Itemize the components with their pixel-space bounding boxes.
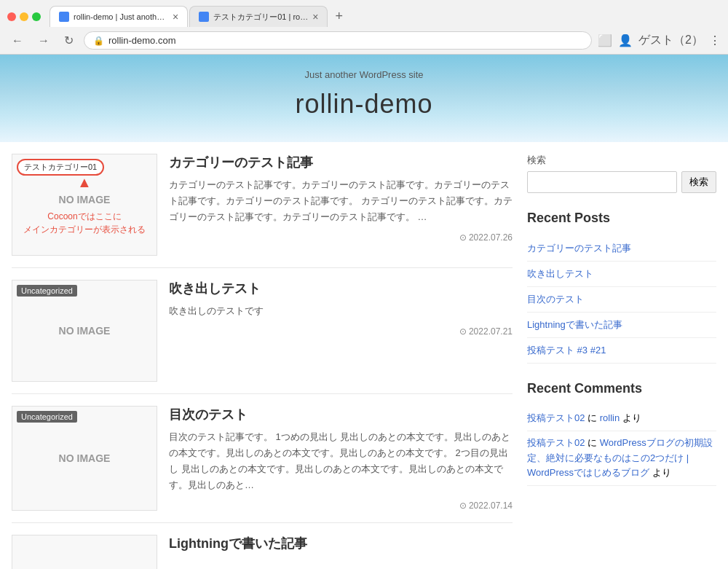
tab-close-1[interactable]: ×: [173, 11, 178, 23]
post-body-3: 目次のテスト 目次のテスト記事です。 1つめの見出し 見出しのあとの本文です。見…: [169, 406, 513, 511]
recent-post-link-4[interactable]: Lightningで書いた記事: [527, 313, 716, 338]
cocoon-note-1: Cocoonではここにメインカテゴリーが表示される: [23, 210, 146, 236]
no-image-label-2: NO IMAGE: [59, 325, 111, 337]
comment-item-2: 投稿テスト02 に WordPressブログの初期設定、絶対に必要なものはこの2…: [527, 431, 716, 486]
back-button[interactable]: ←: [7, 33, 28, 49]
recent-post-link-3[interactable]: 目次のテスト: [527, 287, 716, 313]
search-row: 検索: [527, 171, 716, 193]
recent-post-link-5[interactable]: 投稿テスト #3 #21: [527, 338, 716, 364]
post-thumbnail-2: Uncategorized NO IMAGE: [12, 280, 157, 382]
post-thumbnail-4: [12, 535, 157, 569]
post-card-2: Uncategorized NO IMAGE 吹き出しテスト 吹き出しのテストで…: [12, 280, 513, 394]
category-badge-2[interactable]: Uncategorized: [17, 285, 77, 297]
post-thumbnail-1: テストカテゴリー01 ▲ NO IMAGE Cocoonではここにメインカテゴリ…: [12, 154, 157, 256]
forward-button[interactable]: →: [33, 33, 54, 49]
thumbnail-inner-4: [12, 535, 157, 569]
title-bar: rollin-demo | Just another Wor... × テストカ…: [0, 0, 728, 27]
site-header: Just another WordPress site rollin-demo: [0, 55, 728, 142]
menu-icon[interactable]: ⋮: [709, 34, 721, 47]
sidebar-search: 検索 検索: [527, 154, 716, 193]
comment-suffix-2: より: [649, 467, 671, 478]
post-body-1: カテゴリーのテスト記事 カテゴリーのテスト記事です。カテゴリーのテスト記事です。…: [169, 154, 513, 256]
post-title-4[interactable]: Lightningで書いた記事: [169, 535, 513, 552]
site-tagline: Just another WordPress site: [7, 69, 721, 80]
browser-toolbar: ← → ↻ 🔒 rollin-demo.com ⬜ 👤 ゲスト（2） ⋮: [0, 27, 728, 54]
guest-label: ゲスト（2）: [638, 33, 703, 48]
recent-posts-title: Recent Posts: [527, 211, 716, 226]
search-button[interactable]: 検索: [681, 171, 716, 193]
reload-button[interactable]: ↻: [60, 32, 78, 49]
no-image-label-3: NO IMAGE: [59, 452, 111, 464]
comment-text-1: に: [585, 412, 599, 423]
tab-2[interactable]: テストカテゴリー01 | rollin-deme... ×: [189, 6, 328, 27]
post-meta-3: 2022.07.14: [169, 501, 513, 511]
search-input[interactable]: [527, 171, 677, 193]
browser-menu-icons: ⬜ 👤 ゲスト（2） ⋮: [598, 33, 721, 48]
warning-icon-1: ▲: [77, 174, 92, 191]
tab-title-1: rollin-demo | Just another Wor...: [74, 12, 168, 21]
comment-text-2: に: [585, 437, 599, 448]
minimize-dot[interactable]: [20, 12, 28, 21]
post-excerpt-2: 吹き出しのテストです: [169, 303, 513, 319]
post-excerpt-3: 目次のテスト記事です。 1つめの見出し 見出しのあとの本文です。見出しのあとの本…: [169, 429, 513, 493]
comment-item-1: 投稿テスト02 に rollin より: [527, 407, 716, 431]
window-controls: [7, 12, 41, 21]
category-badge-1[interactable]: テストカテゴリー01: [17, 159, 104, 176]
post-title-2[interactable]: 吹き出しテスト: [169, 280, 513, 297]
post-title-1[interactable]: カテゴリーのテスト記事: [169, 154, 513, 171]
recent-comments-title: Recent Comments: [527, 381, 716, 396]
tab-close-2[interactable]: ×: [312, 11, 318, 23]
cast-icon[interactable]: ⬜: [598, 34, 612, 47]
address-bar[interactable]: 🔒 rollin-demo.com: [84, 31, 592, 50]
category-badge-3[interactable]: Uncategorized: [17, 411, 77, 423]
comment-author-link-1[interactable]: rollin: [600, 412, 620, 423]
recent-post-link-2[interactable]: 吹き出しテスト: [527, 262, 716, 287]
tab-favicon-1: [59, 12, 69, 22]
search-label: 検索: [527, 154, 716, 167]
browser-chrome: rollin-demo | Just another Wor... × テストカ…: [0, 0, 728, 55]
post-date-3: 2022.07.14: [459, 501, 513, 511]
post-date-2: 2022.07.21: [459, 326, 513, 337]
post-date-1: 2022.07.26: [459, 232, 513, 243]
no-image-label-1: NO IMAGE: [59, 194, 111, 205]
close-dot[interactable]: [7, 12, 16, 21]
post-meta-2: 2022.07.21: [169, 326, 513, 337]
post-thumbnail-3: Uncategorized NO IMAGE: [12, 406, 157, 511]
recent-comments-section: Recent Comments 投稿テスト02 に rollin より 投稿テス…: [527, 381, 716, 486]
post-body-4: Lightningで書いた記事: [169, 535, 513, 569]
address-text: rollin-demo.com: [108, 35, 582, 46]
recent-posts-section: Recent Posts カテゴリーのテスト記事 吹き出しテスト 目次のテスト …: [527, 211, 716, 364]
site-title: rollin-demo: [7, 89, 721, 119]
comment-post-link-1[interactable]: 投稿テスト02: [527, 412, 585, 423]
maximize-dot[interactable]: [32, 12, 41, 21]
post-meta-1: 2022.07.26: [169, 232, 513, 243]
post-excerpt-1: カテゴリーのテスト記事です。カテゴリーのテスト記事です。カテゴリーのテスト記事で…: [169, 177, 513, 225]
post-body-2: 吹き出しテスト 吹き出しのテストです 2022.07.21: [169, 280, 513, 382]
comment-suffix-1: より: [620, 412, 641, 423]
main-container: テストカテゴリー01 ▲ NO IMAGE Cocoonではここにメインカテゴリ…: [0, 142, 728, 569]
tab-favicon-2: [199, 12, 209, 22]
profile-icon[interactable]: 👤: [618, 34, 633, 47]
post-card-4: Lightningで書いた記事: [12, 535, 513, 569]
post-title-3[interactable]: 目次のテスト: [169, 406, 513, 423]
post-card-1: テストカテゴリー01 ▲ NO IMAGE Cocoonではここにメインカテゴリ…: [12, 154, 513, 268]
content-area: テストカテゴリー01 ▲ NO IMAGE Cocoonではここにメインカテゴリ…: [12, 154, 513, 569]
lock-icon: 🔒: [93, 36, 104, 46]
new-tab-button[interactable]: +: [329, 6, 349, 27]
tab-title-2: テストカテゴリー01 | rollin-deme...: [213, 12, 308, 23]
post-card-3: Uncategorized NO IMAGE 目次のテスト 目次のテスト記事です…: [12, 406, 513, 523]
comment-post-link-2[interactable]: 投稿テスト02: [527, 437, 585, 448]
sidebar: 検索 検索 Recent Posts カテゴリーのテスト記事 吹き出しテスト 目…: [527, 154, 716, 569]
recent-post-link-1[interactable]: カテゴリーのテスト記事: [527, 236, 716, 262]
browser-tabs: rollin-demo | Just another Wor... × テストカ…: [50, 6, 721, 27]
tab-1[interactable]: rollin-demo | Just another Wor... ×: [50, 6, 188, 27]
